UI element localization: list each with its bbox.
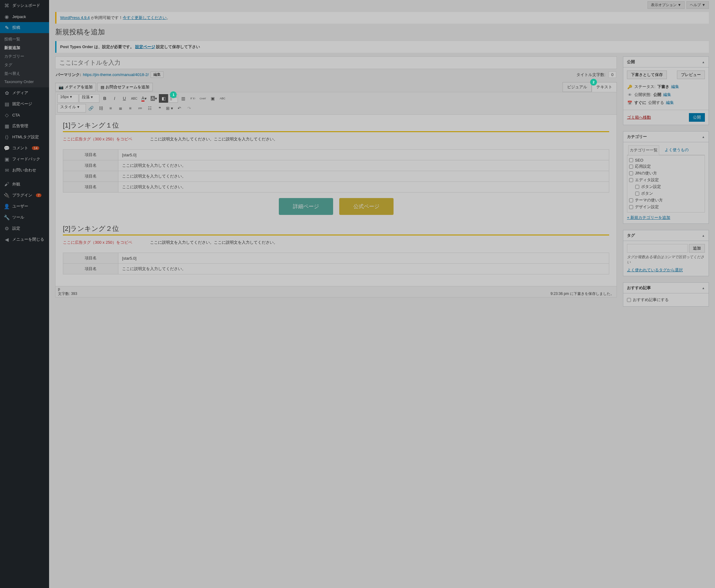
permalink-url[interactable]: https://jin-theme.com/manual/4018-2/ [83,72,149,77]
category-checkbox[interactable] [629,205,633,209]
category-tab-all[interactable]: カテゴリー一覧 [628,145,659,155]
submenu-all-posts[interactable]: 投稿一覧 [0,35,49,44]
sidebar-label: 投稿 [12,25,20,30]
sidebar-item-collapse[interactable]: ◀メニューを閉じる [0,234,49,245]
sidebar-item-contact[interactable]: ✉お問い合わせ [0,165,49,176]
add-contact-form-button[interactable]: ▤お問合せフォームを追加 [97,83,153,91]
undo-button[interactable]: ↶ [175,104,184,112]
screen-options-button[interactable]: 表示オプション ▼ [648,1,685,9]
underline-button[interactable]: U [120,94,129,103]
blockformat-select[interactable]: 段落 ▾ [79,94,100,103]
pto-settings-link[interactable]: 設定ページ [135,44,155,49]
detail-page-button[interactable]: 詳細ページ [279,198,333,215]
box-button[interactable]: ▣ [208,94,217,103]
rank-button[interactable]: 1 RANK☰ [169,94,178,103]
sidebar-item-cta[interactable]: ◇CTA [0,109,49,121]
clearformat-button[interactable]: ABC [218,94,227,103]
choose-popular-tags-link[interactable]: よく使われているタグから選択 [627,267,683,273]
sidebar-item-appearance[interactable]: 🖌外観 [0,179,49,190]
preview-button[interactable]: プレビュー [677,70,705,79]
category-checkbox[interactable] [629,171,633,175]
publish-heading[interactable]: 公開▲ [623,57,709,67]
save-draft-button[interactable]: 下書きとして保存 [627,70,667,79]
sidebar-item-settings[interactable]: ⚙設定 [0,223,49,234]
add-new-category-link[interactable]: + 新規カテゴリーを追加 [627,215,670,220]
sidebar-item-users[interactable]: 👤ユーザー [0,201,49,212]
sidebar-item-posts[interactable]: ✎投稿 [0,22,49,33]
permalink-edit-button[interactable]: 編集 [150,71,163,78]
italic-button[interactable]: I [110,94,119,103]
sidebar-item-pages[interactable]: ▤固定ページ [0,99,49,109]
bold-button[interactable]: B [100,94,109,103]
redo-button[interactable]: ↷ [185,104,194,112]
buttonset-button[interactable]: ﾎﾞﾀﾝ [188,94,198,103]
help-button[interactable]: ヘルプ ▼ [687,1,709,9]
textcolor-button[interactable]: A ▾ [139,94,148,103]
category-checkbox[interactable] [635,185,639,189]
category-checkbox[interactable] [629,178,633,182]
table-cell-value: ここに説明文を入力してください。 [118,160,609,171]
tags-input[interactable] [627,244,688,253]
category-heading[interactable]: カテゴリー▲ [623,131,709,142]
category-tab-frequent[interactable]: よく使うもの [663,145,690,155]
submenu-new-post[interactable]: 新規追加 [0,44,49,52]
submenu-categories[interactable]: カテゴリー [0,52,49,61]
styles-select[interactable]: スタイル ▾ [57,104,86,112]
wordcount-label: 文字数: [58,292,70,296]
sidebar-item-dashboard[interactable]: ⌘ダッシュボード [0,0,49,11]
category-checkbox[interactable] [635,192,639,195]
wp-version-link[interactable]: WordPress 4.9.4 [60,15,90,20]
submenu-tags[interactable]: タグ [0,61,49,69]
link-button[interactable]: 🔗 [86,104,96,112]
edit-schedule-link[interactable]: 編集 [666,100,674,105]
strikethrough-button[interactable]: ABC [129,94,139,103]
table-cell-value: ここに説明文を入力してください。 [118,171,609,182]
columns-button[interactable]: ▥ [179,94,188,103]
official-page-button[interactable]: 公式ページ [339,198,393,215]
sidebar-item-ads[interactable]: ▦広告管理 [0,121,49,131]
fontsize-select[interactable]: 16px ▾ [57,94,79,103]
alignleft-button[interactable]: ≡ [106,104,115,112]
category-checkbox[interactable] [629,165,633,169]
bgcolor-button[interactable]: A ▾ [149,94,158,103]
sidebar-item-feedback[interactable]: ▣フィードバック [0,153,49,165]
submenu-taxonomy-order[interactable]: Taxonomy Order [0,78,49,86]
move-to-trash-link[interactable]: ゴミ箱へ移動 [627,115,651,120]
category-checkbox[interactable] [629,198,633,202]
tab-visual[interactable]: ビジュアル [563,82,592,92]
category-checkbox[interactable] [629,158,633,162]
edit-visibility-link[interactable]: 編集 [663,92,671,98]
recommend-heading[interactable]: おすすめ記事▲ [623,283,709,293]
title-chars-value: 0 [609,71,616,78]
table-button[interactable]: ⊞ ▾ [165,104,174,112]
rank-table: 項目名[star5.0] 項目名ここに説明文を入力してください。 [63,253,609,274]
add-tag-button[interactable]: 追加 [689,244,705,253]
submenu-reorder[interactable]: 並べ替え [0,69,49,78]
tags-heading[interactable]: タグ▲ [623,230,709,241]
add-media-button[interactable]: 📷メディアを追加 [55,83,96,91]
editor-content[interactable]: [1]ランキング１位 ここに広告タグ（300 x 250）をコピペ ここに説明文… [55,115,617,286]
sidebar-item-jetpack[interactable]: ◉Jetpack [0,11,49,22]
sidebar-item-comments[interactable]: 💬コメント14 [0,143,49,153]
chat-button[interactable]: CHAT [198,94,207,103]
sidebar-item-htmltag[interactable]: ⟨⟩HTMLタグ設定 [0,131,49,143]
update-now-link[interactable]: 今すぐ更新してください [123,15,167,20]
recommend-metabox: おすすめ記事▲ おすすめ記事にする [623,282,709,307]
update-notice: WordPress 4.9.4 が利用可能です！今すぐ更新してください。 [55,12,709,24]
alignright-button[interactable]: ≡ [126,104,135,112]
aligncenter-button[interactable]: ≣ [116,104,125,112]
publish-button[interactable]: 公開 [689,113,705,122]
blockquote-button[interactable]: ❝ [155,104,164,112]
edit-status-link[interactable]: 編集 [671,84,679,89]
sidebar-item-plugins[interactable]: 🔌プラグイン7 [0,190,49,201]
post-title-input[interactable] [55,57,617,69]
bulletlist-button[interactable]: ≔ [136,104,145,112]
numberlist-button[interactable]: ☷ [145,104,155,112]
sidebar-item-media[interactable]: ✿メディア [0,87,49,99]
tab-text[interactable]: 2 テキスト [592,82,617,92]
category-list[interactable]: SEO 応用設定 JINの使い方 エディタ設定 ボタン設定 ボタン テーマの使い… [627,155,705,212]
recommend-checkbox[interactable] [627,298,631,302]
custom1-button[interactable]: ◧ [159,94,168,103]
unlink-button[interactable]: ⛓ [96,104,105,112]
sidebar-item-tools[interactable]: 🔧ツール [0,212,49,223]
